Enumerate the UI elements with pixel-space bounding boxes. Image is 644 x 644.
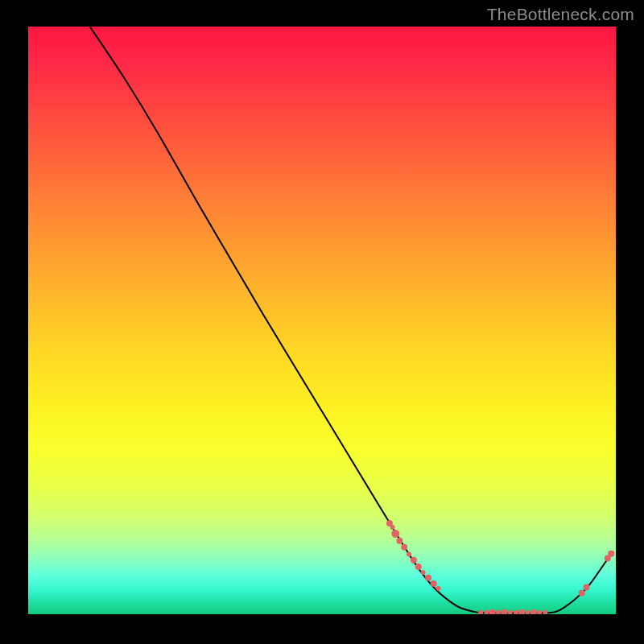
chart-marker [396,538,402,544]
chart-marker [608,551,614,557]
chart-marker [579,590,585,597]
chart-marker [415,564,422,570]
chart-marker [584,584,590,590]
chart-marker [484,610,489,614]
chart-marker [501,609,507,614]
chart-marker [478,610,483,614]
chart-markers [386,520,614,614]
chart-marker [530,609,537,614]
chart-marker [431,580,437,587]
chart-marker [391,530,399,538]
chart-marker [518,609,525,614]
chart-marker [401,544,407,551]
chart-stage: TheBottleneck.com [0,0,644,644]
chart-marker [508,610,513,614]
chart-marker [425,575,431,581]
chart-marker [514,610,518,614]
chart-line [90,27,610,613]
chart-marker [421,570,426,575]
chart-svg [28,27,616,614]
chart-marker [543,610,547,614]
chart-plot-area [28,27,616,614]
chart-marker [411,557,417,564]
chart-marker [390,525,395,530]
chart-marker [496,610,501,614]
watermark-text: TheBottleneck.com [487,5,634,24]
chart-marker [489,609,496,614]
chart-marker [537,610,542,614]
chart-marker [526,610,530,614]
chart-marker [407,552,411,557]
chart-marker [436,586,441,591]
